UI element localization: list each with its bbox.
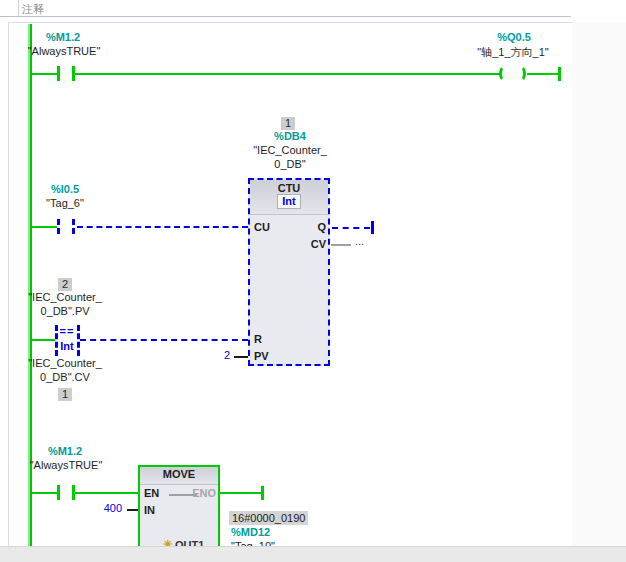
ctu-title: CTU bbox=[250, 182, 328, 194]
wire bbox=[31, 226, 57, 228]
monitor-sequence-badge[interactable]: 1 bbox=[58, 388, 72, 401]
rail-end-tick bbox=[558, 67, 561, 81]
in-value[interactable]: 400 bbox=[104, 502, 122, 514]
pin-cv[interactable]: CV bbox=[311, 238, 326, 250]
comment-field-border bbox=[18, 0, 19, 16]
coil-tag-name[interactable]: "轴_1_方向_1" bbox=[477, 45, 548, 60]
pin-r[interactable]: R bbox=[254, 333, 262, 345]
network-comment[interactable]: 注释 bbox=[22, 2, 44, 17]
coil-address[interactable]: %Q0.5 bbox=[497, 31, 531, 43]
pv-value[interactable]: 2 bbox=[224, 349, 230, 361]
pin-pv[interactable]: PV bbox=[254, 350, 269, 362]
move-title: MOVE bbox=[140, 468, 218, 480]
pin-in[interactable]: IN bbox=[144, 504, 155, 516]
comparator-operand-top[interactable]: 0_DB".PV bbox=[40, 305, 89, 317]
contact-icon[interactable] bbox=[57, 485, 60, 500]
monitor-value: 16#0000_0190 bbox=[229, 511, 308, 525]
coil-icon[interactable] bbox=[514, 65, 526, 82]
branch-end-tick bbox=[371, 221, 374, 234]
comparator-operator[interactable]: == bbox=[60, 325, 75, 337]
wire-inactive bbox=[77, 226, 248, 228]
comparator-operand-bottom[interactable]: 0_DB".CV bbox=[40, 371, 90, 383]
wire-inactive bbox=[80, 339, 248, 341]
pin-q[interactable]: Q bbox=[317, 221, 326, 233]
wire-unconnected bbox=[331, 244, 351, 246]
pin-cu[interactable]: CU bbox=[254, 221, 270, 233]
wire bbox=[234, 356, 248, 358]
contact-address[interactable]: %M1.2 bbox=[46, 31, 80, 43]
wire-inactive bbox=[332, 227, 370, 229]
comparator-operand-top[interactable]: "IEC_Counter_ bbox=[28, 291, 102, 303]
cu-contact-address[interactable]: %I0.5 bbox=[51, 183, 79, 195]
wire bbox=[127, 509, 138, 511]
cv-operand-placeholder[interactable]: ... bbox=[355, 235, 364, 247]
wire bbox=[75, 73, 500, 75]
bottom-scrollbar[interactable] bbox=[0, 546, 626, 562]
wire bbox=[31, 339, 55, 341]
monitor-sequence-badge[interactable]: 1 bbox=[281, 117, 295, 130]
ctu-block-header: CTU Int bbox=[250, 180, 328, 215]
counter-db-name[interactable]: 0_DB" bbox=[274, 158, 305, 170]
contact-tag-name[interactable]: "AlwaysTRUE" bbox=[30, 459, 103, 471]
contact-tag-name[interactable]: "AlwaysTRUE" bbox=[28, 45, 101, 57]
cu-contact-tag-name[interactable]: "Tag_6" bbox=[46, 197, 84, 209]
wire bbox=[75, 492, 138, 494]
move-block-header: MOVE bbox=[140, 467, 218, 485]
contact-icon[interactable] bbox=[57, 219, 60, 234]
counter-db-name[interactable]: "IEC_Counter_ bbox=[253, 144, 327, 156]
ctu-type[interactable]: Int bbox=[277, 194, 300, 209]
ctu-block[interactable]: CTU Int CU Q CV R PV bbox=[248, 178, 330, 366]
contact-icon[interactable] bbox=[57, 66, 60, 81]
out-address[interactable]: %MD12 bbox=[231, 526, 270, 538]
pin-eno[interactable]: ENO bbox=[192, 487, 216, 499]
counter-db-address[interactable]: %DB4 bbox=[274, 130, 306, 142]
comparator-operand-bottom[interactable]: "IEC_Counter_ bbox=[28, 357, 102, 369]
monitor-sequence-badge[interactable]: 2 bbox=[58, 278, 72, 291]
wire bbox=[527, 73, 558, 75]
wire bbox=[31, 73, 57, 75]
ladder-editor: 注释 %M1.2 "AlwaysTRUE" %Q0.5 "轴_1_方向_1" 1… bbox=[0, 0, 626, 562]
wire bbox=[31, 492, 57, 494]
contact-address[interactable]: %M1.2 bbox=[48, 445, 82, 457]
branch-end-tick bbox=[261, 486, 264, 500]
contact-icon[interactable] bbox=[72, 219, 75, 234]
comment-divider bbox=[0, 16, 571, 17]
wire bbox=[220, 492, 261, 494]
comparator-type[interactable]: Int bbox=[60, 340, 73, 352]
comparator-icon[interactable] bbox=[55, 325, 58, 356]
canvas-right-margin bbox=[572, 22, 626, 546]
coil-icon[interactable] bbox=[499, 65, 511, 82]
pin-en[interactable]: EN bbox=[144, 487, 159, 499]
